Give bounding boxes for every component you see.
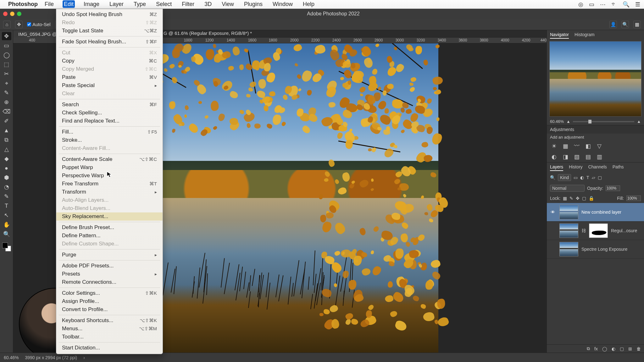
menu-item-fade-spot-healing-brush[interactable]: Fade Spot Healing Brush...⇧⌘F bbox=[56, 38, 163, 46]
brush-tool-icon[interactable]: ⊕ bbox=[2, 98, 11, 106]
group-icon[interactable]: ▢ bbox=[620, 346, 624, 351]
levels-icon[interactable]: ▦ bbox=[562, 143, 569, 150]
menu-item-define-brush-preset[interactable]: Define Brush Preset... bbox=[56, 223, 163, 232]
control-center-icon[interactable]: ☰ bbox=[635, 1, 640, 8]
menu-3d[interactable]: 3D bbox=[203, 0, 213, 8]
kind-icon[interactable]: 🔍 bbox=[550, 175, 555, 180]
hand-tool-icon[interactable]: T bbox=[2, 202, 11, 210]
menu-type[interactable]: Type bbox=[132, 0, 147, 8]
menu-item-paste-special[interactable]: Paste Special bbox=[56, 81, 163, 90]
menu-window[interactable]: Window bbox=[271, 0, 294, 8]
fx-icon[interactable]: fx bbox=[594, 346, 598, 351]
workspace-icon[interactable]: ▦ bbox=[633, 21, 641, 28]
move-tool-icon[interactable]: ✥ bbox=[15, 21, 23, 28]
tab-paths[interactable]: Paths bbox=[613, 164, 624, 171]
layer-mask-thumbnail[interactable] bbox=[589, 223, 608, 238]
link-mask-icon[interactable]: ⛓ bbox=[581, 228, 586, 233]
menu-item-keyboard-shortcuts[interactable]: Keyboard Shortcuts...⌥⇧⌘K bbox=[56, 316, 163, 325]
healing-tool-icon[interactable]: ✎ bbox=[2, 89, 11, 97]
opacity-input[interactable] bbox=[606, 185, 620, 191]
menu-item-check-spelling[interactable]: Check Spelling... bbox=[56, 109, 163, 117]
menu-item-menus[interactable]: Menus...⌥⇧⌘M bbox=[56, 325, 163, 333]
wifi-icon[interactable]: ᯤ bbox=[611, 1, 617, 8]
status-arrow-icon[interactable]: › bbox=[83, 355, 85, 360]
tab-navigator[interactable]: Navigator bbox=[550, 32, 569, 39]
pen-tool-icon[interactable]: ● bbox=[2, 164, 11, 172]
share-icon[interactable]: 👤 bbox=[609, 21, 617, 28]
new-fill-icon[interactable]: ◐ bbox=[612, 346, 615, 351]
menu-item-transform[interactable]: Transform bbox=[56, 188, 163, 196]
blend-mode-select[interactable]: Normal bbox=[550, 185, 585, 192]
edit-tool-icon[interactable]: ✋ bbox=[2, 221, 11, 229]
layer-thumbnail[interactable] bbox=[559, 205, 578, 219]
layer-row[interactable]: 👁New combined layer bbox=[547, 203, 644, 222]
menu-item-paste[interactable]: Paste⌘V bbox=[56, 73, 163, 81]
menu-item-find-and-replace-text[interactable]: Find and Replace Text... bbox=[56, 117, 163, 125]
traffic-lights[interactable] bbox=[3, 12, 21, 16]
link-icon[interactable]: ⧉ bbox=[587, 346, 590, 351]
menu-item-start-dictation[interactable]: Start Dictation... bbox=[56, 344, 163, 352]
lasso-tool-icon[interactable]: ◯ bbox=[2, 51, 11, 59]
menu-item-content-aware-scale[interactable]: Content-Aware Scale⌥⇧⌘C bbox=[56, 155, 163, 163]
menu-item-purge[interactable]: Purge bbox=[56, 251, 163, 259]
curves-icon[interactable]: 〰 bbox=[573, 143, 580, 150]
shape-tool-icon[interactable]: ✎ bbox=[2, 192, 11, 200]
zoom-tool-icon[interactable]: ↖ bbox=[2, 211, 11, 219]
filter-adjust-icon[interactable]: ◐ bbox=[580, 175, 584, 180]
zoom-out-icon[interactable]: ▲ bbox=[566, 119, 570, 124]
layer-row[interactable]: ⛓Regul...osure bbox=[547, 222, 644, 240]
move-tool-icon[interactable]: ✥ bbox=[2, 32, 11, 40]
lut-icon[interactable]: ▥ bbox=[596, 153, 603, 160]
menu-plugins[interactable]: Plugins bbox=[243, 0, 264, 8]
eraser-tool-icon[interactable]: ▲ bbox=[2, 126, 11, 134]
history-tool-icon[interactable]: ✐ bbox=[2, 117, 11, 125]
menu-item-convert-to-profile[interactable]: Convert to Profile... bbox=[56, 305, 163, 314]
stamp-tool-icon[interactable]: ⌫ bbox=[2, 107, 11, 116]
lock-trans-icon[interactable]: ▦ bbox=[563, 196, 567, 201]
maximize-icon[interactable] bbox=[17, 12, 21, 16]
menu-select[interactable]: Select bbox=[155, 0, 173, 8]
auto-select[interactable]: Auto-Sel bbox=[27, 22, 51, 27]
screen-icon[interactable]: ▭ bbox=[589, 1, 594, 8]
crop-tool-icon[interactable]: ✂ bbox=[2, 70, 11, 78]
visibility-icon[interactable]: 👁 bbox=[549, 210, 556, 215]
brightness-icon[interactable]: ☀ bbox=[551, 143, 558, 150]
tab-histogram[interactable]: Histogram bbox=[575, 32, 595, 39]
new-layer-icon[interactable]: ⊞ bbox=[628, 346, 632, 351]
channel-mixer-icon[interactable]: ▤ bbox=[585, 153, 591, 160]
app-name[interactable]: Photoshop bbox=[8, 1, 38, 8]
menu-item-puppet-warp[interactable]: Puppet Warp bbox=[56, 163, 163, 172]
menu-item-assign-profile[interactable]: Assign Profile... bbox=[56, 297, 163, 305]
layer-name[interactable]: New combined layer bbox=[581, 210, 621, 215]
menu-edit[interactable]: Edit bbox=[63, 0, 75, 8]
menu-extra-icon[interactable]: ⋯ bbox=[600, 1, 606, 8]
select-tool-icon[interactable]: ⬚ bbox=[2, 60, 11, 69]
exposure-icon[interactable]: ◧ bbox=[585, 143, 591, 150]
home-icon[interactable]: ⌂ bbox=[3, 21, 11, 28]
zoom-in-icon[interactable]: ▲ bbox=[637, 119, 641, 124]
layer-thumbnail[interactable] bbox=[559, 242, 578, 256]
tab-layers[interactable]: Layers bbox=[550, 164, 563, 171]
close-icon[interactable] bbox=[3, 12, 8, 16]
blur-tool-icon[interactable]: △ bbox=[2, 145, 11, 153]
menu-layer[interactable]: Layer bbox=[108, 0, 125, 8]
lock-artboard-icon[interactable]: ▢ bbox=[582, 196, 586, 201]
layer-row[interactable]: Spectre Long Exposure bbox=[547, 240, 644, 259]
lock-all-icon[interactable]: 🔒 bbox=[589, 196, 594, 201]
minimize-icon[interactable] bbox=[10, 12, 14, 16]
menu-view[interactable]: View bbox=[220, 0, 235, 8]
menu-item-adobe-pdf-presets[interactable]: Adobe PDF Presets... bbox=[56, 262, 163, 270]
mask-icon[interactable]: ◯ bbox=[602, 346, 607, 351]
layer-name[interactable]: Regul...osure bbox=[611, 228, 637, 233]
lock-pos-icon[interactable]: ✥ bbox=[576, 196, 580, 201]
status-dims[interactable]: 3990 px x 2994 px (72 ppi) bbox=[25, 355, 77, 360]
menu-filter[interactable]: Filter bbox=[180, 0, 196, 8]
filter-smart-icon[interactable]: ▢ bbox=[598, 175, 602, 180]
filter-shape-icon[interactable]: ▱ bbox=[592, 175, 595, 180]
photo-filter-icon[interactable]: ▧ bbox=[573, 153, 580, 160]
gradient-tool-icon[interactable]: ⧉ bbox=[2, 136, 11, 144]
more-tool-icon[interactable]: 🔍 bbox=[2, 230, 11, 238]
kind-select[interactable]: Kind bbox=[558, 174, 571, 181]
marquee-tool-icon[interactable]: ▭ bbox=[2, 41, 11, 50]
menu-item-copy[interactable]: Copy⌘C bbox=[56, 57, 163, 65]
